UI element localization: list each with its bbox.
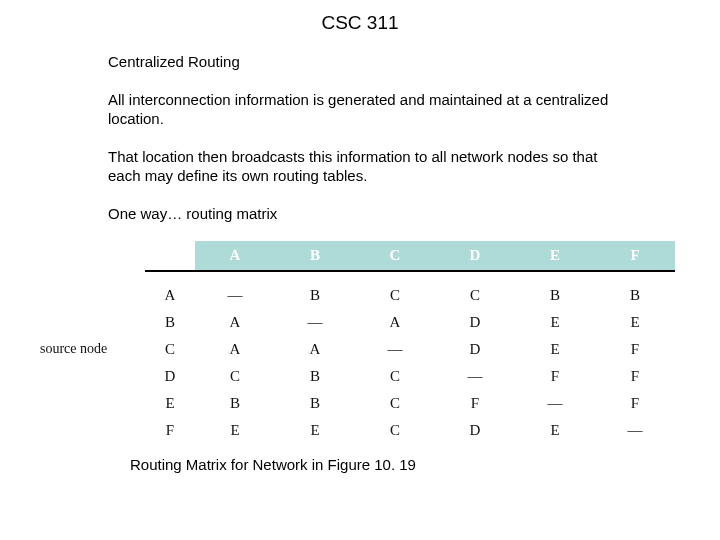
col-header: C [355,241,435,271]
col-header: D [435,241,515,271]
cell: F [595,336,675,363]
cell: — [435,363,515,390]
cell: C [355,390,435,417]
cell: F [515,363,595,390]
cell: C [195,363,275,390]
routing-matrix-section: source node A B C D E F A — B C C [40,241,680,444]
table-row: D C B C — F F [145,363,675,390]
cell: B [595,282,675,309]
cell: C [435,282,515,309]
cell: D [435,336,515,363]
col-header: A [195,241,275,271]
cell: A [195,309,275,336]
paragraph-2: That location then broadcasts this infor… [108,147,618,186]
cell: C [355,363,435,390]
cell: — [195,282,275,309]
routing-matrix-table: A B C D E F A — B C C B B B [145,241,675,444]
cell: E [195,417,275,444]
body-text: Centralized Routing All interconnection … [108,52,618,223]
cell: F [595,363,675,390]
row-header: F [145,417,195,444]
cell: E [595,309,675,336]
cell: D [435,417,515,444]
cell: A [195,336,275,363]
cell: B [275,282,355,309]
table-row: F E E C D E — [145,417,675,444]
header-underline [145,271,675,282]
table-row: C A A — D E F [145,336,675,363]
row-header: D [145,363,195,390]
col-header: B [275,241,355,271]
cell: E [275,417,355,444]
col-header: E [515,241,595,271]
cell: B [515,282,595,309]
row-header: E [145,390,195,417]
cell: — [595,417,675,444]
cell: A [355,309,435,336]
cell: B [275,363,355,390]
paragraph-1: All interconnection information is gener… [108,90,618,129]
table-header-row: A B C D E F [145,241,675,271]
source-node-label: source node [40,341,107,357]
cell: F [435,390,515,417]
cell: B [275,390,355,417]
header-spacer [145,241,195,271]
cell: A [275,336,355,363]
cell: C [355,417,435,444]
cell: B [195,390,275,417]
cell: E [515,309,595,336]
table-row: A — B C C B B [145,282,675,309]
table-row: E B B C F — F [145,390,675,417]
cell: C [355,282,435,309]
page-title: CSC 311 [0,0,720,52]
row-header: A [145,282,195,309]
col-header: F [595,241,675,271]
table-row: B A — A D E E [145,309,675,336]
cell: — [355,336,435,363]
cell: — [515,390,595,417]
cell: F [595,390,675,417]
section-heading: Centralized Routing [108,52,618,72]
row-header: C [145,336,195,363]
cell: E [515,417,595,444]
cell: D [435,309,515,336]
cell: E [515,336,595,363]
cell: — [275,309,355,336]
paragraph-3: One way… routing matrix [108,204,618,224]
row-header: B [145,309,195,336]
matrix-caption: Routing Matrix for Network in Figure 10.… [130,456,720,473]
